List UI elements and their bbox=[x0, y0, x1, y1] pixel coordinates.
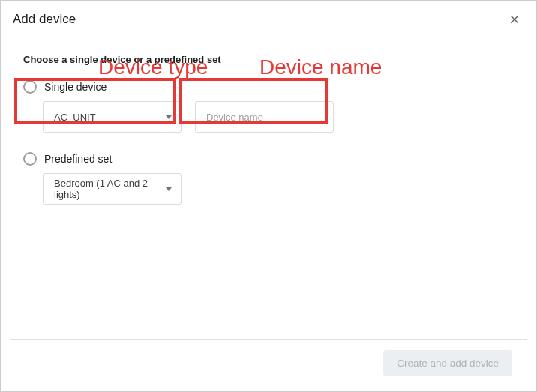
radio-predefined-set[interactable] bbox=[23, 152, 37, 166]
prompt-text: Choose a single device or a predefined s… bbox=[23, 54, 514, 65]
predefined-set-value: Bedroom (1 AC and 2 lights) bbox=[54, 178, 166, 200]
dialog-header: Add device bbox=[1, 1, 536, 37]
device-type-value: AC_UNIT bbox=[54, 112, 96, 123]
single-device-controls: AC_UNIT bbox=[43, 101, 514, 133]
create-add-device-button[interactable]: Create and add device bbox=[383, 350, 512, 376]
dialog-body: Choose a single device or a predefined s… bbox=[1, 37, 536, 339]
dialog-title: Add device bbox=[13, 12, 76, 27]
predefined-set-controls: Bedroom (1 AC and 2 lights) bbox=[43, 173, 514, 205]
option-predefined-set[interactable]: Predefined set bbox=[23, 152, 514, 166]
dropdown-icon bbox=[166, 187, 172, 191]
add-device-dialog: Add device Choose a single device or a p… bbox=[0, 0, 537, 392]
radio-label-predefined: Predefined set bbox=[44, 153, 112, 165]
device-name-input[interactable] bbox=[195, 101, 334, 133]
radio-single-device[interactable] bbox=[23, 80, 37, 94]
dropdown-icon bbox=[166, 115, 172, 119]
dialog-footer: Create and add device bbox=[10, 339, 527, 387]
radio-label-single: Single device bbox=[44, 81, 106, 93]
predefined-set-select[interactable]: Bedroom (1 AC and 2 lights) bbox=[43, 173, 182, 205]
option-single-device[interactable]: Single device bbox=[23, 80, 514, 94]
close-icon bbox=[508, 13, 521, 26]
close-button[interactable] bbox=[505, 10, 524, 29]
device-type-select[interactable]: AC_UNIT bbox=[43, 101, 182, 133]
